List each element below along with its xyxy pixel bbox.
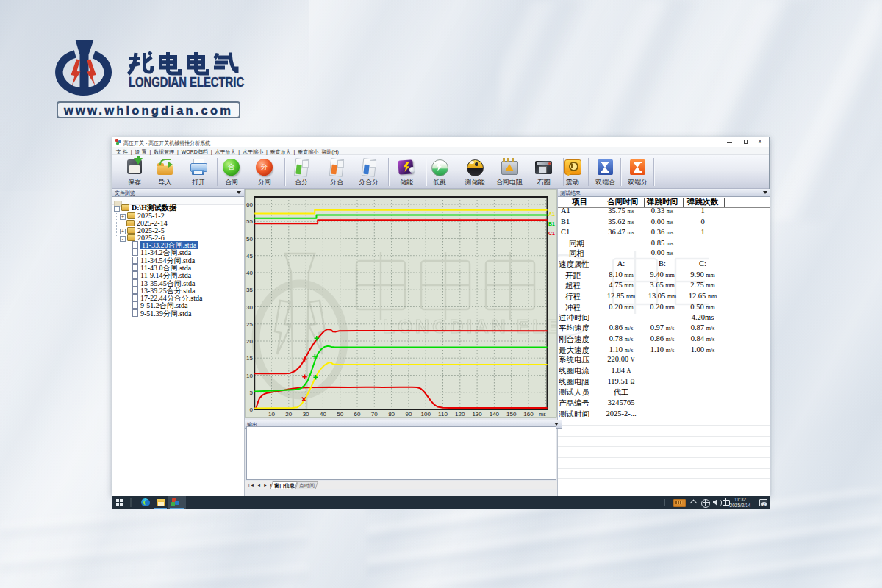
svg-text:20: 20 — [285, 411, 292, 417]
svg-text:110: 110 — [438, 411, 448, 417]
svg-text:www.whlongdian.com: www.whlongdian.com — [63, 104, 233, 117]
svg-text:5: 5 — [250, 390, 254, 396]
svg-text:120: 120 — [455, 411, 465, 417]
svg-text:60: 60 — [246, 201, 253, 208]
svg-text:80: 80 — [388, 411, 395, 417]
svg-text:70: 70 — [371, 411, 378, 417]
svg-text:C1: C1 — [548, 231, 555, 236]
svg-text:45: 45 — [246, 253, 253, 259]
svg-text:150: 150 — [506, 411, 517, 417]
svg-text:15: 15 — [246, 355, 253, 362]
svg-text:60: 60 — [354, 411, 361, 417]
svg-text:35: 35 — [246, 287, 253, 293]
svg-text:20: 20 — [246, 338, 253, 345]
svg-text:90: 90 — [405, 411, 412, 417]
svg-text:140: 140 — [490, 411, 500, 417]
svg-text:10: 10 — [246, 373, 253, 379]
svg-text:30: 30 — [303, 411, 309, 417]
svg-text:30: 30 — [246, 304, 253, 311]
svg-text:130: 130 — [472, 411, 482, 417]
svg-text:40: 40 — [320, 411, 326, 417]
svg-text:55: 55 — [246, 218, 253, 225]
svg-text:50: 50 — [337, 411, 343, 417]
svg-text:A1: A1 — [548, 212, 555, 217]
svg-text:ms: ms — [539, 412, 546, 417]
svg-text:B1: B1 — [548, 221, 555, 226]
svg-text:0: 0 — [250, 406, 254, 413]
svg-text:LONGDIAN ELECTRIC: LONGDIAN ELECTRIC — [129, 74, 244, 90]
svg-text:LONGDIAN ELE: LONGDIAN ELE — [383, 315, 557, 337]
svg-text:100: 100 — [421, 411, 431, 417]
svg-text:25: 25 — [246, 321, 253, 328]
svg-text:160: 160 — [523, 411, 534, 417]
svg-text:10: 10 — [268, 411, 275, 417]
svg-text:40: 40 — [246, 270, 253, 276]
svg-text:50: 50 — [246, 236, 253, 243]
